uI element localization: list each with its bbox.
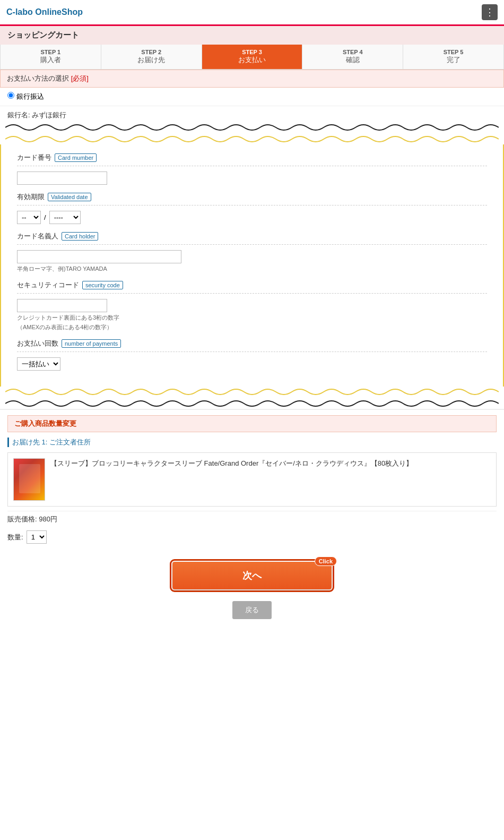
payment-method-header: お支払い方法の選択 [必須] [0, 70, 504, 88]
card-number-input[interactable] [17, 172, 107, 185]
quantity-select[interactable]: 1 2 3 [27, 530, 47, 544]
product-name: 【スリーブ】ブロッコリーキャラクタースリーブ Fate/Grand Order『… [50, 458, 413, 501]
security-code-hint2: （AMEXのみ表面にある4桁の数字） [17, 323, 487, 331]
step-1[interactable]: STEP 1 購入者 [1, 45, 101, 69]
back-button-area: 戻る [0, 594, 504, 630]
cardholder-input[interactable] [17, 250, 181, 263]
cart-title: ショッピングカート [0, 26, 504, 45]
header: C-labo OnlineShop ⋮ [0, 0, 504, 26]
step-3[interactable]: STEP 3 お支払い [202, 45, 303, 69]
payment-select-row: 一括払い 分割払い [17, 357, 487, 371]
expiry-year-select[interactable]: ---- 2024202520262027 202820292030 [49, 211, 81, 224]
menu-icon-button[interactable]: ⋮ [482, 4, 498, 20]
wavy-bottom-svg2 [5, 398, 499, 409]
step-2[interactable]: STEP 2 お届け先 [101, 45, 202, 69]
payment-radio-row[interactable]: 銀行振込 [0, 88, 504, 106]
product-section: ご購入商品数量変更 お届け先 1: ご注文者住所 【スリーブ】ブロッコリーキャラ… [0, 409, 504, 552]
wavy-bottom-container [5, 387, 499, 409]
expiry-badge: Validated date [48, 193, 91, 201]
product-change-header: ご購入商品数量変更 [7, 415, 497, 432]
steps-bar: STEP 1 購入者 STEP 2 お届け先 STEP 3 お支払い STEP … [0, 45, 504, 70]
wavy-top-svg2 [5, 134, 499, 144]
security-code-input[interactable] [17, 299, 107, 312]
security-code-label: セキュリティコード security code [17, 280, 487, 290]
price-row: 販売価格: 980円 [7, 511, 497, 527]
cardholder-label: カード名義人 Card holder [17, 232, 487, 241]
card-number-badge: Card mumber [55, 153, 97, 162]
step-5[interactable]: STEP 5 完了 [403, 45, 503, 69]
security-code-row: セキュリティコード security code クレジットカード裏面にある3桁の… [17, 280, 487, 331]
delivery-label: お届け先 1: ご注文者住所 [7, 438, 497, 447]
step-4[interactable]: STEP 4 確認 [302, 45, 403, 69]
wavy-bottom-svg1 [5, 387, 499, 397]
next-button-area: 次へ Click [0, 552, 504, 594]
expiry-row: 有効期限 Validated date -- 01020304 05060708… [17, 192, 487, 224]
card-number-label: カード番号 Card mumber [17, 153, 487, 162]
card-number-row: カード番号 Card mumber [17, 153, 487, 185]
cardholder-row: カード名義人 Card holder 半角ローマ字、例)TARO YAMADA [17, 232, 487, 273]
bank-transfer-radio[interactable] [7, 92, 14, 99]
num-payments-label: お支払い回数 number of payments [17, 339, 487, 348]
num-payments-row: お支払い回数 number of payments 一括払い 分割払い [17, 339, 487, 371]
back-button[interactable]: 戻る [232, 601, 272, 619]
product-row: 【スリーブ】ブロッコリーキャラクタースリーブ Fate/Grand Order『… [7, 452, 497, 507]
site-title: C-labo OnlineShop [6, 7, 83, 17]
security-code-hint1: クレジットカード裏面にある3桁の数字 [17, 314, 487, 322]
card-form-box: カード番号 Card mumber 有効期限 Validated date --… [0, 144, 504, 387]
cardholder-badge: Card holder [62, 232, 98, 241]
expiry-label: 有効期限 Validated date [17, 192, 487, 202]
cardholder-hint: 半角ローマ字、例)TARO YAMADA [17, 265, 487, 273]
num-payments-select[interactable]: 一括払い 分割払い [17, 357, 60, 371]
product-thumbnail [13, 458, 45, 501]
wavy-top-container [5, 122, 499, 144]
expiry-selects: -- 01020304 05060708 09101112 / ---- 202… [17, 211, 487, 224]
security-code-badge: security code [82, 281, 123, 289]
wavy-top-svg [5, 122, 499, 133]
click-badge: Click [315, 556, 337, 566]
bank-info: 銀行名: みずほ銀行 [0, 106, 504, 122]
num-payments-badge: number of payments [62, 339, 121, 348]
qty-row: 数量: 1 2 3 [7, 527, 497, 547]
expiry-month-select[interactable]: -- 01020304 05060708 09101112 [17, 211, 41, 224]
next-button[interactable]: 次へ Click [172, 562, 332, 589]
